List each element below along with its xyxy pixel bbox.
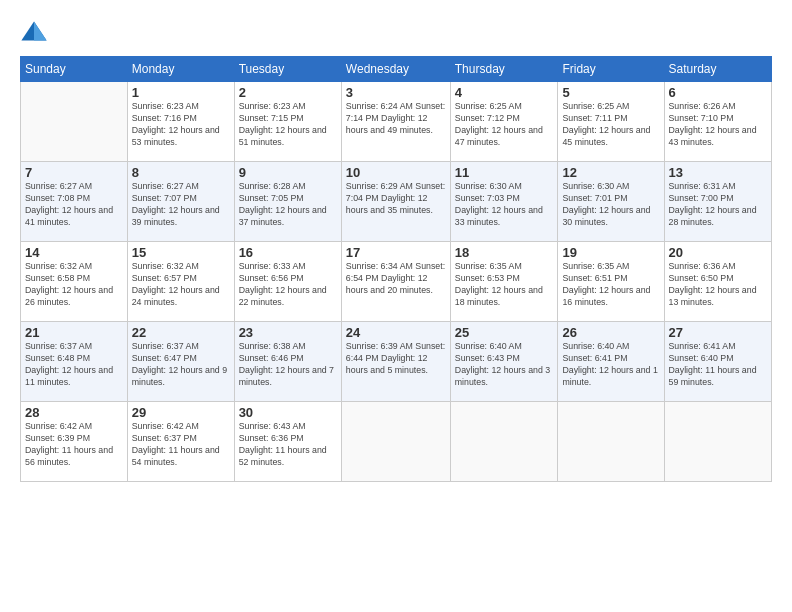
day-info: Sunrise: 6:25 AM Sunset: 7:12 PM Dayligh… — [455, 101, 554, 149]
table-row — [21, 82, 128, 162]
day-number: 16 — [239, 245, 337, 260]
day-number: 25 — [455, 325, 554, 340]
day-info: Sunrise: 6:33 AM Sunset: 6:56 PM Dayligh… — [239, 261, 337, 309]
day-info: Sunrise: 6:43 AM Sunset: 6:36 PM Dayligh… — [239, 421, 337, 469]
table-row: 13Sunrise: 6:31 AM Sunset: 7:00 PM Dayli… — [664, 162, 772, 242]
day-number: 19 — [562, 245, 659, 260]
day-info: Sunrise: 6:29 AM Sunset: 7:04 PM Dayligh… — [346, 181, 446, 217]
header — [20, 18, 772, 46]
table-row: 27Sunrise: 6:41 AM Sunset: 6:40 PM Dayli… — [664, 322, 772, 402]
table-row: 9Sunrise: 6:28 AM Sunset: 7:05 PM Daylig… — [234, 162, 341, 242]
header-friday: Friday — [558, 57, 664, 82]
day-number: 11 — [455, 165, 554, 180]
day-info: Sunrise: 6:41 AM Sunset: 6:40 PM Dayligh… — [669, 341, 768, 389]
calendar-week-row: 14Sunrise: 6:32 AM Sunset: 6:58 PM Dayli… — [21, 242, 772, 322]
calendar-header-row: Sunday Monday Tuesday Wednesday Thursday… — [21, 57, 772, 82]
table-row: 10Sunrise: 6:29 AM Sunset: 7:04 PM Dayli… — [341, 162, 450, 242]
day-info: Sunrise: 6:30 AM Sunset: 7:03 PM Dayligh… — [455, 181, 554, 229]
day-info: Sunrise: 6:40 AM Sunset: 6:41 PM Dayligh… — [562, 341, 659, 389]
day-number: 12 — [562, 165, 659, 180]
day-number: 9 — [239, 165, 337, 180]
table-row: 5Sunrise: 6:25 AM Sunset: 7:11 PM Daylig… — [558, 82, 664, 162]
day-number: 28 — [25, 405, 123, 420]
header-sunday: Sunday — [21, 57, 128, 82]
header-wednesday: Wednesday — [341, 57, 450, 82]
day-info: Sunrise: 6:28 AM Sunset: 7:05 PM Dayligh… — [239, 181, 337, 229]
table-row: 22Sunrise: 6:37 AM Sunset: 6:47 PM Dayli… — [127, 322, 234, 402]
table-row: 28Sunrise: 6:42 AM Sunset: 6:39 PM Dayli… — [21, 402, 128, 482]
day-info: Sunrise: 6:40 AM Sunset: 6:43 PM Dayligh… — [455, 341, 554, 389]
table-row: 23Sunrise: 6:38 AM Sunset: 6:46 PM Dayli… — [234, 322, 341, 402]
table-row: 2Sunrise: 6:23 AM Sunset: 7:15 PM Daylig… — [234, 82, 341, 162]
day-info: Sunrise: 6:32 AM Sunset: 6:58 PM Dayligh… — [25, 261, 123, 309]
day-info: Sunrise: 6:35 AM Sunset: 6:53 PM Dayligh… — [455, 261, 554, 309]
calendar-week-row: 7Sunrise: 6:27 AM Sunset: 7:08 PM Daylig… — [21, 162, 772, 242]
table-row: 24Sunrise: 6:39 AM Sunset: 6:44 PM Dayli… — [341, 322, 450, 402]
day-number: 5 — [562, 85, 659, 100]
day-info: Sunrise: 6:24 AM Sunset: 7:14 PM Dayligh… — [346, 101, 446, 137]
day-info: Sunrise: 6:27 AM Sunset: 7:08 PM Dayligh… — [25, 181, 123, 229]
day-number: 14 — [25, 245, 123, 260]
header-tuesday: Tuesday — [234, 57, 341, 82]
table-row: 20Sunrise: 6:36 AM Sunset: 6:50 PM Dayli… — [664, 242, 772, 322]
day-info: Sunrise: 6:23 AM Sunset: 7:15 PM Dayligh… — [239, 101, 337, 149]
day-number: 30 — [239, 405, 337, 420]
day-number: 20 — [669, 245, 768, 260]
table-row: 26Sunrise: 6:40 AM Sunset: 6:41 PM Dayli… — [558, 322, 664, 402]
day-info: Sunrise: 6:27 AM Sunset: 7:07 PM Dayligh… — [132, 181, 230, 229]
day-info: Sunrise: 6:23 AM Sunset: 7:16 PM Dayligh… — [132, 101, 230, 149]
day-info: Sunrise: 6:42 AM Sunset: 6:39 PM Dayligh… — [25, 421, 123, 469]
table-row: 8Sunrise: 6:27 AM Sunset: 7:07 PM Daylig… — [127, 162, 234, 242]
svg-marker-1 — [34, 22, 47, 41]
table-row: 1Sunrise: 6:23 AM Sunset: 7:16 PM Daylig… — [127, 82, 234, 162]
day-info: Sunrise: 6:37 AM Sunset: 6:47 PM Dayligh… — [132, 341, 230, 389]
table-row: 19Sunrise: 6:35 AM Sunset: 6:51 PM Dayli… — [558, 242, 664, 322]
day-info: Sunrise: 6:25 AM Sunset: 7:11 PM Dayligh… — [562, 101, 659, 149]
day-info: Sunrise: 6:32 AM Sunset: 6:57 PM Dayligh… — [132, 261, 230, 309]
header-thursday: Thursday — [450, 57, 558, 82]
day-number: 8 — [132, 165, 230, 180]
day-number: 22 — [132, 325, 230, 340]
table-row: 11Sunrise: 6:30 AM Sunset: 7:03 PM Dayli… — [450, 162, 558, 242]
day-info: Sunrise: 6:39 AM Sunset: 6:44 PM Dayligh… — [346, 341, 446, 377]
day-number: 2 — [239, 85, 337, 100]
table-row: 21Sunrise: 6:37 AM Sunset: 6:48 PM Dayli… — [21, 322, 128, 402]
day-number: 29 — [132, 405, 230, 420]
calendar-week-row: 21Sunrise: 6:37 AM Sunset: 6:48 PM Dayli… — [21, 322, 772, 402]
logo — [20, 18, 52, 46]
table-row: 17Sunrise: 6:34 AM Sunset: 6:54 PM Dayli… — [341, 242, 450, 322]
day-info: Sunrise: 6:34 AM Sunset: 6:54 PM Dayligh… — [346, 261, 446, 297]
header-saturday: Saturday — [664, 57, 772, 82]
day-info: Sunrise: 6:38 AM Sunset: 6:46 PM Dayligh… — [239, 341, 337, 389]
day-number: 10 — [346, 165, 446, 180]
day-number: 3 — [346, 85, 446, 100]
day-info: Sunrise: 6:37 AM Sunset: 6:48 PM Dayligh… — [25, 341, 123, 389]
day-info: Sunrise: 6:42 AM Sunset: 6:37 PM Dayligh… — [132, 421, 230, 469]
table-row: 6Sunrise: 6:26 AM Sunset: 7:10 PM Daylig… — [664, 82, 772, 162]
table-row: 7Sunrise: 6:27 AM Sunset: 7:08 PM Daylig… — [21, 162, 128, 242]
calendar-week-row: 1Sunrise: 6:23 AM Sunset: 7:16 PM Daylig… — [21, 82, 772, 162]
table-row: 18Sunrise: 6:35 AM Sunset: 6:53 PM Dayli… — [450, 242, 558, 322]
table-row — [341, 402, 450, 482]
day-info: Sunrise: 6:31 AM Sunset: 7:00 PM Dayligh… — [669, 181, 768, 229]
day-number: 26 — [562, 325, 659, 340]
day-number: 1 — [132, 85, 230, 100]
table-row: 3Sunrise: 6:24 AM Sunset: 7:14 PM Daylig… — [341, 82, 450, 162]
page: Sunday Monday Tuesday Wednesday Thursday… — [0, 0, 792, 612]
day-number: 24 — [346, 325, 446, 340]
day-number: 4 — [455, 85, 554, 100]
table-row: 16Sunrise: 6:33 AM Sunset: 6:56 PM Dayli… — [234, 242, 341, 322]
day-info: Sunrise: 6:26 AM Sunset: 7:10 PM Dayligh… — [669, 101, 768, 149]
day-number: 27 — [669, 325, 768, 340]
table-row: 12Sunrise: 6:30 AM Sunset: 7:01 PM Dayli… — [558, 162, 664, 242]
day-number: 6 — [669, 85, 768, 100]
day-number: 13 — [669, 165, 768, 180]
table-row: 25Sunrise: 6:40 AM Sunset: 6:43 PM Dayli… — [450, 322, 558, 402]
table-row: 30Sunrise: 6:43 AM Sunset: 6:36 PM Dayli… — [234, 402, 341, 482]
day-number: 23 — [239, 325, 337, 340]
day-info: Sunrise: 6:30 AM Sunset: 7:01 PM Dayligh… — [562, 181, 659, 229]
table-row: 29Sunrise: 6:42 AM Sunset: 6:37 PM Dayli… — [127, 402, 234, 482]
day-number: 18 — [455, 245, 554, 260]
day-number: 17 — [346, 245, 446, 260]
day-number: 7 — [25, 165, 123, 180]
